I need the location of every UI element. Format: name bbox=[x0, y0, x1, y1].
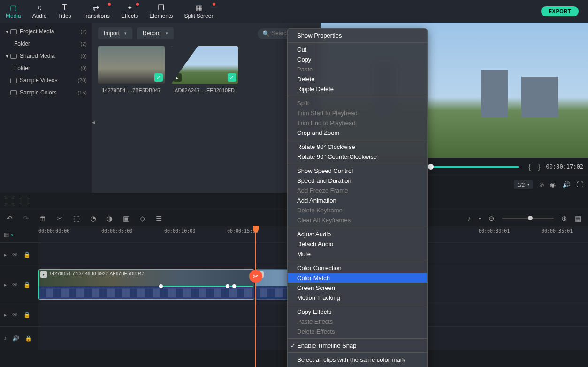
context-menu-item[interactable]: Copy bbox=[288, 55, 427, 64]
context-menu-item[interactable]: Rotate 90° Clockwise bbox=[288, 142, 427, 152]
timeline-clip[interactable]: ▸ 14279B54-77D7-46B0-8922-AE67BE5DB047 bbox=[38, 269, 254, 300]
context-menu-item[interactable]: Detach Audio bbox=[288, 239, 427, 249]
ruler-tick: 00:00:10:00 bbox=[164, 228, 195, 234]
color-mark-row bbox=[288, 365, 427, 367]
sidebar-item-sample-videos[interactable]: Sample Videos (20) bbox=[0, 74, 92, 86]
context-menu-item[interactable]: Motion Tracking bbox=[288, 293, 427, 303]
eye-icon[interactable]: 👁 bbox=[12, 251, 18, 258]
color-icon[interactable]: ◑ bbox=[107, 214, 113, 223]
sidebar-item-count: (0) bbox=[81, 65, 87, 71]
folder-icon[interactable] bbox=[20, 198, 29, 204]
menu-item-label: Mute bbox=[297, 250, 311, 258]
context-menu-item[interactable]: Green Screen bbox=[288, 283, 427, 293]
context-menu-item[interactable]: Color Match bbox=[288, 273, 427, 283]
zoom-in-icon[interactable]: ⊕ bbox=[561, 214, 567, 223]
scissors-icon[interactable]: ✂ bbox=[249, 270, 262, 283]
tab-titles[interactable]: T Titles bbox=[52, 0, 76, 23]
playhead[interactable]: ✂ bbox=[255, 226, 256, 367]
menu-item-label: Add Animation bbox=[297, 197, 336, 204]
media-thumbnail[interactable]: ▸ ✓ AD82A247-…EE32810FD bbox=[171, 46, 238, 93]
undo-icon[interactable]: ↶ bbox=[7, 214, 13, 223]
context-menu-item[interactable]: ✓Enable Timeline Snap bbox=[288, 341, 427, 351]
tab-label: Elements bbox=[149, 13, 173, 19]
slider-knob[interactable] bbox=[428, 164, 434, 170]
zoom-slider-knob[interactable] bbox=[528, 216, 533, 220]
context-menu-item[interactable]: Color Correction bbox=[288, 263, 427, 273]
volume-icon[interactable]: 🔊 bbox=[562, 181, 570, 188]
fullscreen-icon[interactable]: ⛶ bbox=[577, 181, 583, 188]
context-menu-item[interactable]: Adjust Audio bbox=[288, 229, 427, 239]
media-thumbnail[interactable]: ✓ 14279B54-…7BE5DB047 bbox=[98, 46, 165, 93]
marker-icon[interactable]: ▪ bbox=[479, 214, 481, 222]
lock-icon[interactable]: 🔒 bbox=[23, 281, 31, 288]
keyframe-icon[interactable]: ◇ bbox=[140, 214, 145, 223]
context-menu-item[interactable]: Rotate 90° CounterClockwise bbox=[288, 152, 427, 162]
eye-icon[interactable]: 👁 bbox=[12, 312, 18, 318]
zoom-out-icon[interactable]: ⊖ bbox=[489, 214, 495, 223]
music-icon[interactable]: ♪ bbox=[4, 335, 7, 342]
menu-item-label: Adjust Audio bbox=[297, 231, 331, 238]
volume-icon[interactable]: 🔊 bbox=[12, 335, 19, 342]
manage-tracks-icon[interactable]: ▦ bbox=[4, 231, 9, 238]
dropdown-label: Record bbox=[143, 30, 161, 37]
sidebar-item-label: Shared Media bbox=[20, 53, 55, 59]
split-icon[interactable]: ✂ bbox=[57, 214, 63, 223]
context-menu-item[interactable]: Show Speed Control bbox=[288, 166, 427, 176]
context-menu-item[interactable]: Ripple Delete bbox=[288, 84, 427, 94]
speed-icon[interactable]: ◔ bbox=[90, 214, 96, 223]
tab-audio[interactable]: ♫ Audio bbox=[27, 0, 53, 23]
context-menu-item: Trim Start to Playhead bbox=[288, 108, 427, 118]
context-menu-item[interactable]: Copy Effects bbox=[288, 307, 427, 317]
sidebar-item-folder[interactable]: Folder (2) bbox=[0, 38, 92, 50]
export-button[interactable]: EXPORT bbox=[541, 6, 579, 16]
adjust-icon[interactable]: ☰ bbox=[156, 214, 162, 223]
lock-icon[interactable]: 🔒 bbox=[23, 312, 31, 318]
redo-icon[interactable]: ↷ bbox=[23, 214, 29, 223]
greenscreen-icon[interactable]: ▣ bbox=[123, 214, 130, 223]
tab-media[interactable]: ▢ Media bbox=[0, 0, 27, 23]
mark-in-button[interactable]: { bbox=[527, 163, 533, 171]
play-icon[interactable]: ▸ bbox=[4, 281, 7, 288]
menu-item-label: Trim Start to Playhead bbox=[297, 109, 358, 117]
lock-icon[interactable]: 🔒 bbox=[23, 251, 31, 258]
sidebar-item-project-media[interactable]: ▼ Project Media (2) bbox=[0, 25, 92, 38]
tab-effects[interactable]: ✦ Effects bbox=[115, 0, 144, 23]
sidebar-item-shared-media[interactable]: ▼ Shared Media (0) bbox=[0, 50, 92, 62]
display-icon[interactable]: ⎚ bbox=[540, 181, 543, 188]
context-menu-item[interactable]: Crop and Zoom bbox=[288, 128, 427, 138]
context-menu-item[interactable]: Speed and Duration bbox=[288, 176, 427, 186]
mark-out-button[interactable]: } bbox=[536, 163, 542, 171]
new-folder-icon[interactable] bbox=[5, 198, 14, 204]
context-menu-item[interactable]: Delete bbox=[288, 74, 427, 84]
context-menu-item[interactable]: Add Animation bbox=[288, 195, 427, 205]
eye-icon[interactable]: 👁 bbox=[12, 281, 18, 288]
import-dropdown[interactable]: Import ▾ bbox=[98, 27, 132, 39]
sidebar-item-sample-colors[interactable]: Sample Colors (15) bbox=[0, 86, 92, 99]
tab-splitscreen[interactable]: ▦ Split Screen bbox=[178, 0, 220, 23]
play-icon[interactable]: ▸ bbox=[4, 251, 7, 258]
crop-icon[interactable]: ⬚ bbox=[73, 214, 80, 223]
zoom-slider[interactable] bbox=[502, 218, 554, 219]
context-menu-item[interactable]: Select all clips with the same color mar… bbox=[288, 355, 427, 365]
context-menu-item[interactable]: Mute bbox=[288, 249, 427, 259]
tab-elements[interactable]: ❐ Elements bbox=[144, 0, 178, 23]
delete-icon[interactable]: 🗑 bbox=[39, 214, 46, 222]
sidebar-item-folder[interactable]: Folder (0) bbox=[0, 62, 92, 74]
record-dropdown[interactable]: Record ▾ bbox=[137, 27, 174, 39]
playhead-handle[interactable] bbox=[253, 226, 259, 232]
resolution-selector[interactable]: 1/2 ▾ bbox=[514, 180, 533, 189]
play-icon[interactable]: ▸ bbox=[4, 312, 7, 318]
context-menu-item[interactable]: Show Properties bbox=[288, 31, 427, 40]
audio-mixer-icon[interactable]: ♪ bbox=[467, 214, 471, 222]
menu-item-label: Delete Effects bbox=[297, 328, 335, 335]
zoom-fit-icon[interactable]: ▤ bbox=[575, 214, 581, 223]
track-head: ▸ 👁 🔒 bbox=[0, 266, 38, 303]
sidebar-collapse-button[interactable]: ◀ bbox=[92, 117, 95, 128]
tab-transitions[interactable]: ⇄ Transitions bbox=[77, 0, 115, 23]
snapshot-icon[interactable]: ◉ bbox=[550, 181, 556, 188]
menu-separator bbox=[288, 338, 427, 339]
context-menu-item[interactable]: Cut bbox=[288, 45, 427, 55]
lock-icon[interactable]: 🔒 bbox=[25, 335, 32, 342]
add-icon[interactable]: ▸ bbox=[173, 73, 182, 82]
tab-label: Audio bbox=[32, 13, 47, 19]
